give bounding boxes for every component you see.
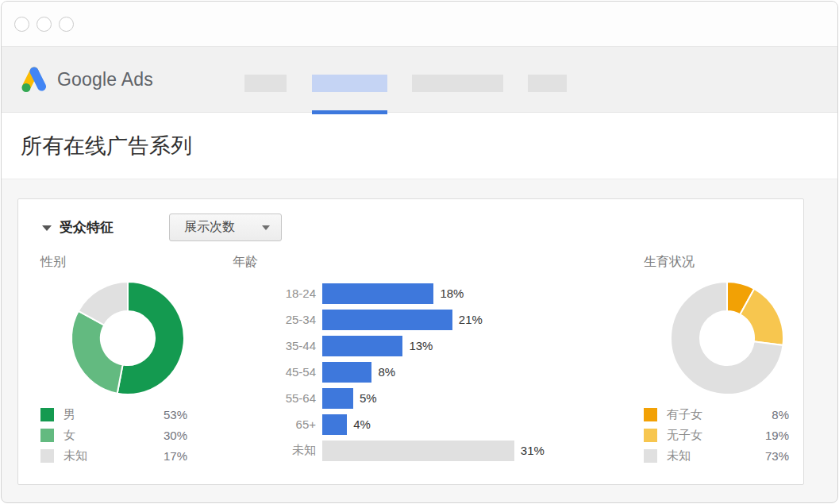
legend-value: 53% <box>164 408 187 421</box>
gender-chart: 性别 男53%女30%未知17% <box>40 254 187 466</box>
bar-category-label: 未知 <box>233 443 316 458</box>
bar-value-label: 5% <box>360 391 377 405</box>
demographics-card: 受众特征 展示次数 性别 男53%女30%未知17% 年龄 18-2418%25… <box>17 198 804 485</box>
legend-item: 男53% <box>40 404 187 425</box>
app-header: Google Ads <box>2 47 837 113</box>
donut-segment <box>71 311 123 394</box>
window-control-icon[interactable] <box>14 17 29 32</box>
google-ads-brand: Google Ads <box>19 66 153 93</box>
legend-swatch <box>40 429 54 442</box>
charts-row: 性别 男53%女30%未知17% 年龄 18-2418%25-3421%35-4… <box>40 254 803 466</box>
bar-row: 未知31% <box>233 437 566 464</box>
bar-category-label: 25-34 <box>233 313 316 326</box>
legend-value: 19% <box>765 429 789 442</box>
window-control-icon[interactable] <box>59 17 74 32</box>
bar <box>322 283 433 304</box>
parental-status-chart: 生育状况 有子女8%无子女19%未知73% <box>644 254 789 466</box>
bar <box>322 414 347 435</box>
legend-swatch <box>40 449 54 463</box>
bar-row: 18-2418% <box>233 280 566 306</box>
window-titlebar <box>2 2 837 47</box>
parental-legend: 有子女8%无子女19%未知73% <box>644 404 789 466</box>
chevron-down-icon <box>262 225 270 230</box>
legend-item: 未知17% <box>40 445 187 466</box>
bar <box>322 310 452 330</box>
bar-row: 45-548% <box>233 359 566 385</box>
card-title: 受众特征 <box>60 218 114 237</box>
legend-item: 女30% <box>40 425 187 445</box>
bar-row: 55-645% <box>233 385 566 411</box>
brand-name: Google Ads <box>57 69 153 90</box>
bar-value-label: 8% <box>378 365 395 379</box>
legend-item: 有子女8% <box>644 404 789 425</box>
nav-tab-placeholder[interactable] <box>412 75 503 92</box>
legend-label: 有子女 <box>667 407 772 422</box>
content-area: 受众特征 展示次数 性别 男53%女30%未知17% 年龄 18-2418%25… <box>2 179 837 485</box>
bar <box>322 388 353 409</box>
bar-category-label: 45-54 <box>233 365 316 379</box>
legend-label: 男 <box>64 407 164 422</box>
collapse-caret-icon[interactable] <box>42 225 52 231</box>
parental-donut-chart <box>669 280 785 396</box>
card-header: 受众特征 展示次数 <box>40 214 803 241</box>
legend-item: 未知73% <box>644 445 789 466</box>
age-bars: 18-2418%25-3421%35-4413%45-548%55-645%65… <box>233 280 566 464</box>
bar-category-label: 55-64 <box>233 391 316 405</box>
browser-window: Google Ads 所有在线广告系列 受众特征 展示次数 性别 <box>1 1 838 503</box>
nav-tab-placeholder[interactable] <box>528 75 567 92</box>
legend-item: 无子女19% <box>644 425 789 445</box>
legend-swatch <box>644 429 657 442</box>
active-tab-underline <box>312 110 387 114</box>
bar-value-label: 18% <box>440 287 464 300</box>
bar-row: 65+4% <box>233 411 566 437</box>
page-title: 所有在线广告系列 <box>21 132 192 160</box>
bar <box>322 336 402 356</box>
legend-value: 73% <box>765 449 789 463</box>
gender-chart-title: 性别 <box>40 254 187 271</box>
legend-label: 女 <box>64 428 164 443</box>
parental-chart-title: 生育状况 <box>644 254 789 271</box>
bar-value-label: 4% <box>353 417 371 431</box>
legend-label: 未知 <box>64 448 164 464</box>
legend-value: 8% <box>772 408 789 421</box>
google-ads-logo-icon <box>19 66 49 93</box>
bar-value-label: 13% <box>409 339 433 352</box>
bar-value-label: 21% <box>459 313 483 326</box>
bar-category-label: 18-24 <box>233 287 316 300</box>
bar-row: 25-3421% <box>233 306 566 333</box>
nav-tab-active[interactable] <box>312 75 387 92</box>
legend-value: 30% <box>164 429 187 442</box>
legend-swatch <box>644 449 657 463</box>
page-title-bar: 所有在线广告系列 <box>2 113 837 179</box>
metric-dropdown-value: 展示次数 <box>184 219 235 236</box>
gender-donut-chart <box>70 280 186 396</box>
window-control-icon[interactable] <box>37 17 52 32</box>
age-chart: 年龄 18-2418%25-3421%35-4413%45-548%55-645… <box>233 254 566 466</box>
bar-category-label: 35-44 <box>233 339 316 352</box>
bar-category-label: 65+ <box>233 417 316 431</box>
bar <box>322 441 514 461</box>
legend-label: 未知 <box>667 448 765 464</box>
legend-value: 17% <box>164 449 187 463</box>
bar-value-label: 31% <box>521 444 545 457</box>
age-chart-title: 年龄 <box>233 254 566 271</box>
legend-swatch <box>644 408 657 421</box>
metric-dropdown[interactable]: 展示次数 <box>169 214 282 241</box>
nav-tab-placeholder[interactable] <box>244 75 287 92</box>
bar-row: 35-4413% <box>233 333 566 359</box>
gender-legend: 男53%女30%未知17% <box>40 404 187 466</box>
bar <box>322 362 371 383</box>
legend-label: 无子女 <box>667 428 765 443</box>
legend-swatch <box>40 408 54 421</box>
